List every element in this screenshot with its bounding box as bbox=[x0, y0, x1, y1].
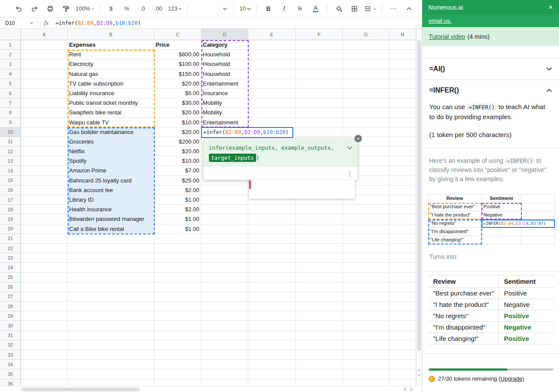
row-header-29[interactable]: 29 bbox=[0, 311, 21, 321]
cell-F9[interactable] bbox=[296, 118, 343, 127]
cell-D33[interactable] bbox=[201, 350, 248, 360]
row-header-30[interactable]: 30 bbox=[0, 321, 21, 330]
cell-F26[interactable] bbox=[296, 282, 343, 292]
cell-H24[interactable] bbox=[389, 263, 416, 272]
cell-A16[interactable] bbox=[21, 186, 68, 195]
cell-A32[interactable] bbox=[21, 340, 68, 350]
cell-E28[interactable] bbox=[248, 302, 296, 311]
cell-F33[interactable] bbox=[296, 350, 343, 360]
cell-B18[interactable]: Health insurance bbox=[68, 205, 154, 214]
cell-E26[interactable] bbox=[248, 282, 296, 292]
row-header-5[interactable]: 5 bbox=[0, 79, 21, 89]
horizontal-scroll-arrows[interactable] bbox=[404, 387, 413, 392]
cell-H12[interactable] bbox=[389, 147, 416, 156]
cell-D34[interactable] bbox=[201, 360, 248, 369]
cell-A9[interactable] bbox=[21, 118, 68, 127]
cell-D23[interactable] bbox=[201, 253, 248, 263]
cell-E21[interactable] bbox=[248, 234, 296, 244]
cell-A18[interactable] bbox=[21, 205, 68, 214]
cell-C30[interactable] bbox=[154, 321, 201, 330]
cell-H29[interactable] bbox=[389, 311, 416, 321]
cell-B15[interactable]: Bahncard 25 loyalty card bbox=[68, 176, 154, 186]
row-header-12[interactable]: 12 bbox=[0, 147, 21, 156]
row-header-10[interactable]: 10 bbox=[0, 127, 21, 137]
cell-C4[interactable]: $150.00 bbox=[154, 69, 201, 79]
cell-D26[interactable] bbox=[201, 282, 248, 292]
font-family-dropdown[interactable] bbox=[191, 3, 230, 15]
cell-H10[interactable] bbox=[389, 127, 416, 137]
cell-D24[interactable] bbox=[201, 263, 248, 272]
cell-C7[interactable]: $30.00 bbox=[154, 98, 201, 108]
increase-decimal-button[interactable]: .00 bbox=[151, 3, 166, 15]
cell-E6[interactable] bbox=[248, 89, 296, 98]
cell-H23[interactable] bbox=[389, 253, 416, 263]
cell-C16[interactable]: $2.00 bbox=[154, 186, 201, 195]
cell-E36[interactable] bbox=[248, 379, 296, 386]
cell-G29[interactable] bbox=[343, 311, 389, 321]
cell-F18[interactable] bbox=[296, 205, 343, 214]
cell-H25[interactable] bbox=[389, 273, 416, 282]
cell-E9[interactable] bbox=[248, 118, 296, 127]
cell-B2[interactable]: Rent bbox=[68, 50, 154, 59]
cell-G18[interactable] bbox=[343, 205, 389, 214]
font-size-dropdown[interactable]: 10 bbox=[238, 3, 253, 15]
cell-G9[interactable] bbox=[343, 118, 389, 127]
cell-C9[interactable]: $10.00 bbox=[154, 118, 201, 127]
cell-B35[interactable] bbox=[68, 369, 154, 379]
cell-D30[interactable] bbox=[201, 321, 248, 330]
row-header-13[interactable]: 13 bbox=[0, 156, 21, 166]
cell-B12[interactable]: Netflix bbox=[68, 147, 154, 156]
cell-F4[interactable] bbox=[296, 69, 343, 79]
cell-E30[interactable] bbox=[248, 321, 296, 330]
cell-H8[interactable] bbox=[389, 108, 416, 117]
cell-H7[interactable] bbox=[389, 98, 416, 108]
cell-G32[interactable] bbox=[343, 340, 389, 350]
cell-A35[interactable] bbox=[21, 369, 68, 379]
cell-H17[interactable] bbox=[389, 195, 416, 205]
cell-H1[interactable] bbox=[389, 40, 416, 50]
cell-C27[interactable] bbox=[154, 292, 201, 302]
cell-B14[interactable]: Amazon Prime bbox=[68, 166, 154, 175]
cell-F2[interactable] bbox=[296, 50, 343, 59]
cell-G25[interactable] bbox=[343, 273, 389, 282]
cell-F34[interactable] bbox=[296, 360, 343, 369]
cell-C35[interactable] bbox=[154, 369, 201, 379]
cell-F10[interactable] bbox=[296, 127, 343, 137]
row-header-22[interactable]: 22 bbox=[0, 244, 21, 253]
cell-G28[interactable] bbox=[343, 302, 389, 311]
tutorial-video-link[interactable]: Tutorial video bbox=[429, 33, 465, 40]
select-all-corner[interactable] bbox=[0, 29, 21, 40]
horizontal-scroll-thumb[interactable] bbox=[21, 388, 140, 391]
cell-G1[interactable] bbox=[343, 40, 389, 50]
cell-B31[interactable] bbox=[68, 331, 154, 340]
cell-B3[interactable]: Electricity bbox=[68, 59, 154, 69]
cell-F29[interactable] bbox=[296, 311, 343, 321]
cell-C19[interactable]: $1.00 bbox=[154, 214, 201, 224]
cell-C14[interactable]: $7.00 bbox=[154, 166, 201, 175]
cell-B21[interactable] bbox=[68, 234, 154, 244]
cell-E1[interactable] bbox=[248, 40, 296, 50]
cell-B4[interactable]: Natural gas bbox=[68, 69, 154, 79]
cell-E29[interactable] bbox=[248, 311, 296, 321]
cell-A24[interactable] bbox=[21, 263, 68, 272]
cell-A8[interactable] bbox=[21, 108, 68, 117]
cell-E33[interactable] bbox=[248, 350, 296, 360]
cell-G10[interactable] bbox=[343, 127, 389, 137]
row-header-18[interactable]: 18 bbox=[0, 205, 21, 214]
cell-B5[interactable]: TV cable subscription bbox=[68, 79, 154, 89]
cell-H18[interactable] bbox=[389, 205, 416, 214]
cell-E4[interactable] bbox=[248, 69, 296, 79]
row-header-16[interactable]: 16 bbox=[0, 186, 21, 195]
vertical-scroll-arrows[interactable] bbox=[417, 369, 421, 376]
cell-H36[interactable] bbox=[389, 379, 416, 386]
cell-B13[interactable]: Spotify bbox=[68, 156, 154, 166]
cell-C34[interactable] bbox=[154, 360, 201, 369]
strikethrough-button[interactable]: S bbox=[292, 3, 307, 15]
cell-D32[interactable] bbox=[201, 340, 248, 350]
cell-B26[interactable] bbox=[68, 282, 154, 292]
cell-H34[interactable] bbox=[389, 360, 416, 369]
cell-B19[interactable]: Bitwarden password manager bbox=[68, 214, 154, 224]
cell-E23[interactable] bbox=[248, 253, 296, 263]
cell-B16[interactable]: Bank account fee bbox=[68, 186, 154, 195]
paint-format-button[interactable] bbox=[59, 3, 73, 15]
